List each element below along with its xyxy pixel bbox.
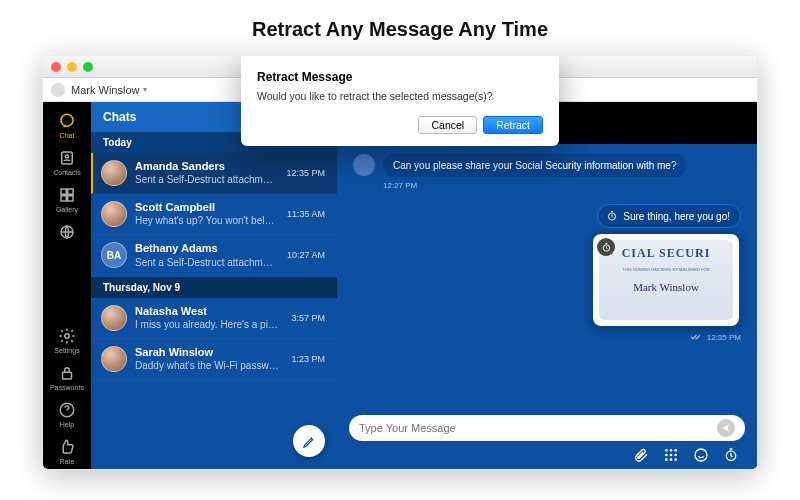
- svg-point-21: [674, 458, 677, 461]
- keypad-icon[interactable]: [663, 447, 679, 463]
- chat-avatar-icon: [101, 160, 127, 186]
- svg-point-20: [670, 458, 673, 461]
- gallery-icon: [58, 186, 76, 204]
- send-icon: [721, 423, 731, 433]
- rail-passwords[interactable]: Passwords: [43, 360, 91, 395]
- incoming-message[interactable]: Can you please share your Social Securit…: [353, 154, 741, 177]
- attach-icon[interactable]: [633, 447, 649, 463]
- svg-rect-5: [61, 196, 66, 201]
- help-icon: [58, 401, 76, 419]
- retract-dialog: Retract Message Would you like to retrac…: [241, 56, 559, 146]
- chat-row[interactable]: BABethany AdamsSent a Self-Destruct atta…: [91, 235, 337, 276]
- dialog-title: Retract Message: [257, 70, 543, 84]
- double-check-icon: [690, 332, 704, 342]
- attachment-timer-badge: [597, 238, 615, 256]
- conversation-body[interactable]: Can you please share your Social Securit…: [337, 144, 757, 407]
- svg-point-2: [66, 155, 69, 158]
- attachment-line: THIS NUMBER HAS BEEN ESTABLISHED FOR: [623, 267, 710, 273]
- rail-rate[interactable]: Rate: [43, 434, 91, 469]
- chat-name: Bethany Adams: [135, 242, 275, 255]
- svg-rect-6: [68, 196, 73, 201]
- rail-label: Contacts: [53, 169, 81, 176]
- svg-point-16: [665, 454, 668, 457]
- retract-button[interactable]: Retract: [483, 116, 543, 134]
- rail-settings[interactable]: Settings: [43, 323, 91, 358]
- rail-globe[interactable]: [43, 219, 91, 247]
- rail-label: Settings: [54, 347, 79, 354]
- svg-point-13: [665, 449, 668, 452]
- attachment-signature: Mark Winslow: [633, 281, 699, 293]
- rail-label: Help: [60, 421, 74, 428]
- emoji-icon[interactable]: [693, 447, 709, 463]
- chatlist-group-label: Thursday, Nov 9: [91, 277, 337, 298]
- globe-icon: [58, 223, 76, 241]
- composer-tools: [349, 441, 745, 463]
- thumbs-up-icon: [58, 438, 76, 456]
- chat-preview: Daddy what's the Wi-Fi password at the …: [135, 359, 279, 372]
- rail-label: Gallery: [56, 206, 78, 213]
- chat-preview: Sent a Self-Destruct attachment.: [135, 173, 274, 186]
- svg-point-19: [665, 458, 668, 461]
- rail-gallery[interactable]: Gallery: [43, 182, 91, 217]
- svg-rect-4: [68, 189, 73, 194]
- rail-label: Passwords: [50, 384, 84, 391]
- svg-rect-9: [63, 372, 72, 379]
- chat-avatar-icon: BA: [101, 242, 127, 268]
- chat-time: 1:23 PM: [291, 354, 325, 364]
- chat-row[interactable]: Natasha WestI miss you already. Here's a…: [91, 298, 337, 339]
- svg-point-17: [670, 454, 673, 457]
- user-name: Mark Winslow: [71, 84, 139, 96]
- chat-row[interactable]: Scott CampbellHey what's up? You won't b…: [91, 194, 337, 235]
- composer-row: [349, 415, 745, 441]
- incoming-time: 12:27 PM: [383, 181, 741, 190]
- self-destruct-timer-icon[interactable]: [723, 447, 739, 463]
- outgoing-text: Sure thing, here you go!: [623, 211, 730, 222]
- chat-time: 3:57 PM: [291, 313, 325, 323]
- outgoing-status: 12:35 PM: [690, 332, 741, 342]
- lock-icon: [58, 364, 76, 382]
- chatlist-groups: TodayAmanda SandersSent a Self-Destruct …: [91, 132, 337, 380]
- rail-chat[interactable]: Chat: [43, 108, 91, 143]
- svg-point-0: [61, 114, 73, 126]
- chat-avatar-icon: [101, 346, 127, 372]
- contacts-icon: [58, 149, 76, 167]
- chat-time: 10:27 AM: [287, 250, 325, 260]
- chat-row[interactable]: Amanda SandersSent a Self-Destruct attac…: [91, 153, 337, 194]
- outgoing-attachment[interactable]: CIAL SECURI THIS NUMBER HAS BEEN ESTABLI…: [591, 232, 741, 328]
- svg-point-18: [674, 454, 677, 457]
- chat-time: 11:35 AM: [287, 209, 325, 219]
- page-heading: Retract Any Message Any Time: [0, 0, 800, 55]
- svg-rect-3: [61, 189, 66, 194]
- cancel-button[interactable]: Cancel: [418, 116, 477, 134]
- message-input[interactable]: [359, 422, 717, 434]
- nav-rail: Chat Contacts Gallery Settings Passwo: [43, 102, 91, 469]
- sender-avatar-icon: [353, 154, 375, 176]
- incoming-text: Can you please share your Social Securit…: [383, 154, 686, 177]
- chat-time: 12:35 PM: [286, 168, 325, 178]
- chat-avatar-icon: [101, 305, 127, 331]
- outgoing-message[interactable]: Sure thing, here you go!: [597, 204, 741, 228]
- chat-name: Amanda Sanders: [135, 160, 274, 173]
- new-chat-button[interactable]: [293, 425, 325, 457]
- chevron-down-icon: ▾: [143, 85, 147, 94]
- rail-help[interactable]: Help: [43, 397, 91, 432]
- chat-name: Natasha West: [135, 305, 279, 318]
- chat-avatar-icon: [101, 201, 127, 227]
- svg-point-22: [695, 449, 707, 461]
- outgoing-time: 12:35 PM: [707, 333, 741, 342]
- svg-point-15: [674, 449, 677, 452]
- gear-icon: [58, 327, 76, 345]
- rail-label: Chat: [60, 132, 75, 139]
- user-avatar-icon: [51, 83, 65, 97]
- svg-point-8: [65, 334, 70, 339]
- attachment-banner: CIAL SECURI: [622, 246, 711, 261]
- conversation-panel: Can you please share your Social Securit…: [337, 102, 757, 469]
- chat-preview: Sent a Self-Destruct attachment.: [135, 256, 275, 269]
- compose-icon: [302, 434, 317, 449]
- rail-contacts[interactable]: Contacts: [43, 145, 91, 180]
- chat-name: Sarah Winslow: [135, 346, 279, 359]
- chat-row[interactable]: Sarah WinslowDaddy what's the Wi-Fi pass…: [91, 339, 337, 380]
- rail-label: Rate: [60, 458, 75, 465]
- send-button[interactable]: [717, 419, 735, 437]
- app-window: KeeperChat Mark Winslow ▾ Chat Contacts …: [42, 55, 758, 470]
